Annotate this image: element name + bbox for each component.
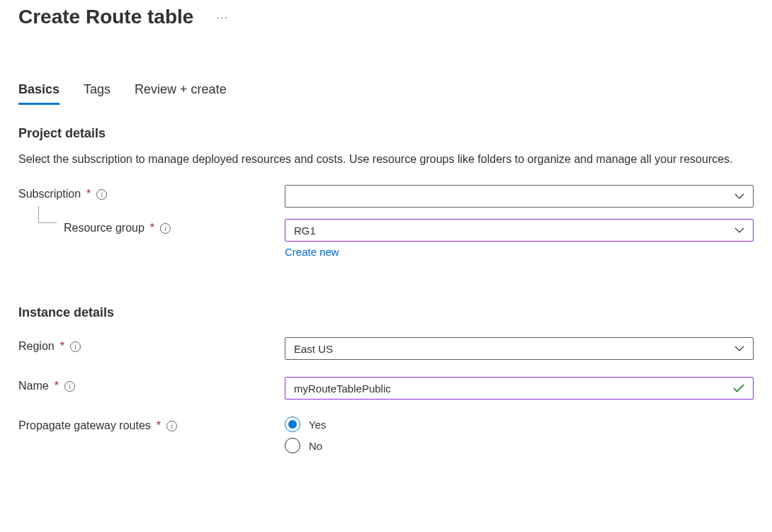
page-title: Create Route table bbox=[18, 6, 193, 28]
name-value: myRouteTablePublic bbox=[294, 383, 391, 395]
radio-label-yes: Yes bbox=[309, 419, 326, 431]
info-icon[interactable]: i bbox=[96, 189, 107, 200]
resource-group-value: RG1 bbox=[294, 225, 734, 237]
subscription-label: Subscription bbox=[18, 188, 81, 200]
resource-group-select[interactable]: RG1 bbox=[285, 219, 754, 242]
radio-icon bbox=[285, 417, 300, 432]
project-details-description: Select the subscription to manage deploy… bbox=[18, 151, 734, 168]
name-field[interactable]: myRouteTablePublic bbox=[285, 377, 754, 400]
info-icon[interactable]: i bbox=[64, 381, 75, 392]
required-marker: * bbox=[86, 188, 91, 200]
propagate-radio-no[interactable]: No bbox=[285, 438, 754, 453]
region-value: East US bbox=[294, 343, 734, 355]
chevron-down-icon bbox=[734, 227, 744, 234]
tab-tags[interactable]: Tags bbox=[84, 82, 110, 105]
name-label: Name bbox=[18, 380, 49, 392]
project-details-heading: Project details bbox=[18, 126, 754, 141]
required-marker: * bbox=[150, 222, 154, 234]
tabs: Basics Tags Review + create bbox=[18, 82, 754, 105]
instance-details-heading: Instance details bbox=[18, 305, 754, 320]
more-actions-icon[interactable]: ··· bbox=[216, 11, 229, 23]
info-icon[interactable]: i bbox=[160, 223, 171, 234]
propagate-label: Propagate gateway routes bbox=[18, 419, 151, 432]
region-select[interactable]: East US bbox=[285, 337, 754, 360]
chevron-down-icon bbox=[734, 193, 744, 200]
subscription-select[interactable] bbox=[285, 185, 754, 208]
propagate-radio-group: Yes No bbox=[285, 417, 754, 453]
radio-icon bbox=[285, 438, 300, 453]
info-icon[interactable]: i bbox=[70, 341, 81, 352]
check-icon bbox=[733, 384, 744, 392]
propagate-radio-yes[interactable]: Yes bbox=[285, 417, 754, 432]
tree-connector bbox=[38, 206, 57, 223]
required-marker: * bbox=[55, 380, 59, 392]
tab-basics[interactable]: Basics bbox=[18, 82, 59, 105]
chevron-down-icon bbox=[734, 346, 744, 352]
tab-review-create[interactable]: Review + create bbox=[135, 82, 227, 105]
create-new-link[interactable]: Create new bbox=[285, 246, 339, 258]
radio-label-no: No bbox=[309, 440, 322, 452]
info-icon[interactable]: i bbox=[166, 421, 177, 431]
resource-group-label: Resource group bbox=[64, 222, 144, 234]
region-label: Region bbox=[18, 340, 55, 353]
required-marker: * bbox=[60, 340, 64, 353]
required-marker: * bbox=[157, 419, 161, 432]
